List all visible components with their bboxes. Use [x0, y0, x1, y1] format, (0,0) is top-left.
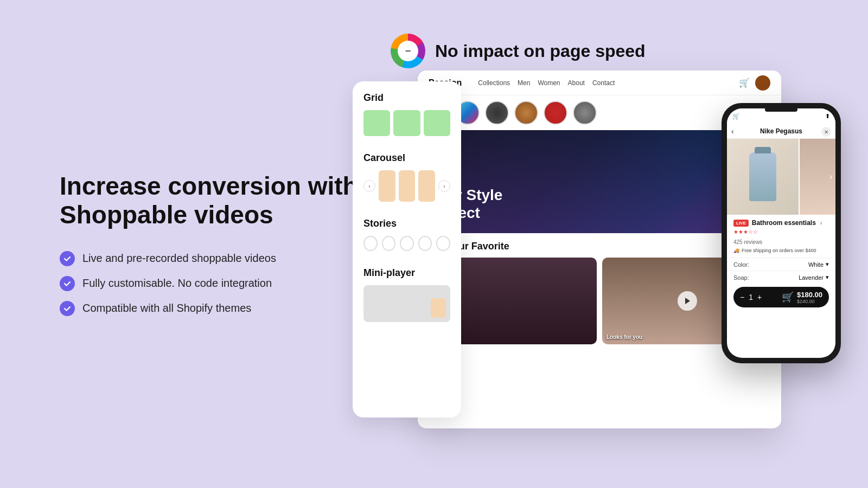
mini-player-thumb: [431, 298, 446, 318]
story-4[interactable]: [514, 101, 538, 125]
phone-inner: 🛒 ⬆ ‹ Nike Pegasus ✕ LIVE Bathroom es: [727, 108, 835, 358]
profile-icon[interactable]: [755, 75, 770, 91]
phone-product-badge: LIVE Bathroom essentials ›: [733, 219, 829, 227]
phone-mockup: 🛒 ⬆ ‹ Nike Pegasus ✕ LIVE Bathroom es: [722, 103, 841, 363]
quantity-minus-btn[interactable]: −: [740, 293, 744, 301]
heading-line2: Shoppable videos: [60, 201, 273, 229]
carousel-prev-btn[interactable]: ‹: [363, 180, 375, 192]
speed-badge: − No impact on page speed: [391, 34, 646, 68]
feature-item-2: Fully customisable. No code integration: [60, 276, 374, 291]
check-icon-1: [60, 251, 75, 266]
phone-back-btn[interactable]: ‹: [731, 127, 734, 136]
feature-text-2: Fully customisable. No code integration: [82, 277, 272, 290]
nav-women[interactable]: Women: [538, 79, 560, 87]
phone-product-header: ‹ Nike Pegasus ✕: [727, 124, 835, 139]
carousel-preview: ‹ ›: [363, 170, 450, 202]
product-bottle-icon: [749, 152, 776, 201]
widget-stories-section: Stories: [363, 218, 450, 251]
phone-notch: [765, 107, 797, 112]
nav-about[interactable]: About: [568, 79, 585, 87]
quantity-controls: − 1 +: [740, 293, 762, 301]
play-button-2[interactable]: [678, 291, 697, 311]
carousel-next-btn[interactable]: ›: [438, 180, 450, 192]
check-icon-3: [60, 301, 75, 316]
feature-text-1: Live and pre-recorded shoppable videos: [82, 252, 276, 265]
shipping-text: Free shipping on orders over $400: [742, 248, 816, 253]
widget-grid-section: Grid: [363, 92, 450, 136]
widget-carousel-title: Carousel: [363, 152, 450, 164]
store-nav: Collections Men Women About Contact: [478, 79, 615, 87]
phone-product-name: Bathroom essentials: [752, 219, 816, 227]
feature-list: Live and pre-recorded shoppable videos F…: [60, 251, 374, 316]
soap-option-row: Soap: Lavender ▾: [727, 271, 835, 284]
color-value-text: White: [808, 261, 824, 268]
speed-circle-icon: −: [391, 34, 425, 68]
phone-cart-icon[interactable]: 🛒: [732, 113, 740, 120]
soap-label: Soap:: [733, 274, 749, 281]
grid-cell-2: [393, 110, 420, 136]
speed-score: −: [398, 41, 418, 61]
heading-line1: Increase conversion with: [60, 172, 358, 200]
stories-dot-1: [363, 236, 378, 251]
nav-contact[interactable]: Contact: [592, 79, 615, 87]
store-nav-icons: 🛒: [739, 75, 770, 91]
widget-stories-title: Stories: [363, 218, 450, 229]
carousel-cell-1: [379, 170, 395, 202]
check-icon-2: [60, 276, 75, 291]
widget-miniplayer-section: Mini-player: [363, 267, 450, 322]
color-value[interactable]: White ▾: [808, 261, 829, 268]
color-label: Color:: [733, 261, 749, 268]
quantity-display: 1: [749, 293, 753, 301]
phone-product-info: LIVE Bathroom essentials › ★★★☆☆ 425 rev…: [727, 215, 835, 258]
product-reviews: 425 reviews: [733, 239, 762, 245]
cart-price-section: 🛒 $180.00 $240.00: [782, 291, 822, 304]
stories-dot-5: [436, 236, 450, 251]
product-stars: ★★★☆☆: [733, 229, 829, 235]
cart-price-display: $180.00: [797, 291, 822, 299]
feature-item-1: Live and pre-recorded shoppable videos: [60, 251, 374, 266]
phone-product-images: [727, 139, 835, 215]
badge-text: No impact on page speed: [435, 41, 646, 61]
phone-close-btn[interactable]: ✕: [821, 127, 831, 137]
grid-cell-3: [424, 110, 450, 136]
phone-share-icon[interactable]: ⬆: [825, 113, 830, 120]
truck-icon: 🚚: [733, 248, 739, 253]
story-6[interactable]: [573, 101, 597, 125]
cart-icon[interactable]: 🛒: [739, 78, 750, 88]
live-badge: LIVE: [733, 220, 749, 227]
nav-collections[interactable]: Collections: [478, 79, 510, 87]
story-3[interactable]: [485, 101, 509, 125]
widget-carousel-section: Carousel ‹ ›: [363, 152, 450, 202]
feature-item-3: Compatible with all Shopify themes: [60, 301, 374, 316]
grid-cell-1: [363, 110, 390, 136]
left-section: Increase conversion with Shoppable video…: [60, 0, 374, 488]
color-option-row: Color: White ▾: [727, 258, 835, 271]
stories-dot-3: [400, 236, 414, 251]
stories-preview: [363, 236, 450, 251]
phone-product-link-icon[interactable]: ›: [820, 220, 822, 226]
phone-product-title: Nike Pegasus: [760, 127, 802, 135]
soap-value-text: Lavender: [799, 274, 824, 281]
phone-main-image: [727, 139, 799, 215]
story-5[interactable]: [544, 101, 567, 125]
carousel-cell-2: [399, 170, 416, 202]
grid-preview: [363, 110, 450, 136]
color-chevron-icon: ▾: [826, 261, 829, 268]
quantity-plus-btn[interactable]: +: [757, 293, 762, 301]
mini-player-preview: [363, 285, 450, 322]
soap-chevron-icon: ▾: [826, 274, 829, 281]
soap-value[interactable]: Lavender ▾: [799, 274, 829, 281]
cart-icon-btn: 🛒: [782, 291, 794, 303]
carousel-cell-3: [418, 170, 435, 202]
stories-dot-2: [382, 236, 396, 251]
main-heading: Increase conversion with Shoppable video…: [60, 172, 374, 229]
nav-men[interactable]: Men: [518, 79, 530, 87]
video-label-2: Looks for you: [607, 334, 642, 340]
widget-grid-title: Grid: [363, 92, 450, 104]
store-navbar: Passion Collections Men Women About Cont…: [418, 70, 781, 95]
free-shipping-info: 🚚 Free shipping on orders over $400: [733, 248, 829, 253]
cart-price-original: $240.00: [797, 299, 822, 304]
feature-text-3: Compatible with all Shopify themes: [82, 302, 251, 314]
stories-dot-4: [418, 236, 432, 251]
add-to-cart-bar[interactable]: − 1 + 🛒 $180.00 $240.00: [733, 287, 829, 307]
